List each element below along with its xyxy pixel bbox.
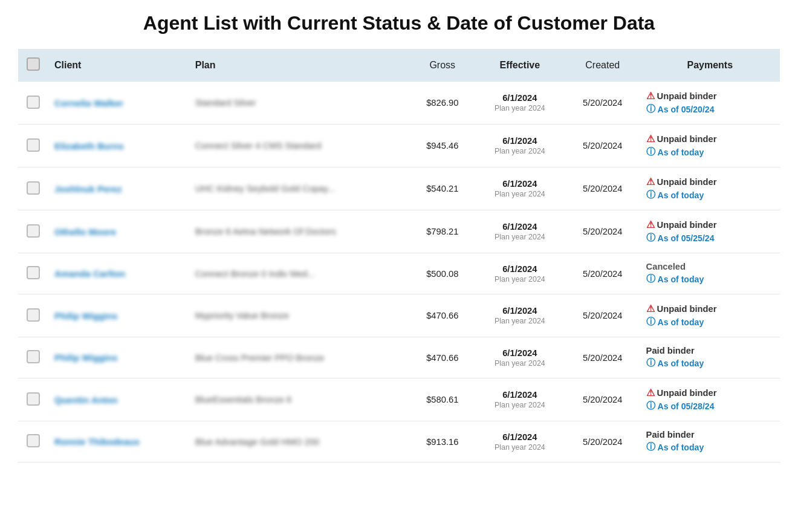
as-of-line[interactable]: ⓘ As of today	[646, 441, 774, 453]
header-checkbox[interactable]	[27, 57, 40, 71]
client-name[interactable]: Ronnie Thibodeaux	[54, 436, 140, 447]
client-name[interactable]: Othello Moore	[54, 227, 116, 237]
header-client: Client	[48, 49, 189, 82]
table-row: Amanda Carlton Connect Bronze 0 Indiv Me…	[18, 253, 780, 294]
row-checkbox[interactable]	[27, 266, 40, 279]
table-header-row: Client Plan Gross Effective Created Paym…	[18, 49, 780, 82]
payment-status: ⚠ Unpaid binder	[646, 219, 774, 230]
as-of-line[interactable]: ⓘ As of today	[646, 189, 774, 201]
payment-status-label: Paid binder	[646, 346, 695, 355]
client-name[interactable]: Amanda Carlton	[54, 268, 125, 279]
exclamation-icon: ⚠	[646, 90, 655, 102]
effective-date: 6/1/2024	[481, 432, 559, 442]
payment-status: ⚠ Unpaid binder	[646, 387, 774, 398]
row-checkbox[interactable]	[27, 392, 40, 406]
plan-name-cell: Bronze 6 Aetna Network Of Doctors	[189, 210, 410, 253]
effective-date: 6/1/2024	[481, 179, 559, 189]
as-of-line[interactable]: ⓘ As of today	[646, 357, 774, 369]
row-checkbox[interactable]	[27, 308, 40, 322]
client-name[interactable]: Joshlnuk Perez	[54, 184, 122, 194]
payment-status-label: Unpaid binder	[657, 304, 717, 314]
client-name-cell: Amanda Carlton	[48, 253, 189, 294]
as-of-line[interactable]: ⓘ As of 05/25/24	[646, 232, 774, 244]
row-checkbox[interactable]	[27, 224, 40, 238]
exclamation-icon: ⚠	[646, 303, 655, 314]
as-of-line[interactable]: ⓘ As of today	[646, 316, 774, 328]
row-checkbox[interactable]	[27, 181, 40, 195]
header-checkbox-cell	[18, 49, 48, 82]
row-checkbox[interactable]	[27, 434, 40, 447]
client-name[interactable]: Philip Wiggins	[54, 352, 117, 363]
row-checkbox[interactable]	[27, 350, 40, 363]
header-effective: Effective	[475, 49, 565, 82]
row-checkbox-cell	[18, 421, 48, 462]
client-name[interactable]: Cornelia Walker	[54, 98, 123, 108]
payments-cell: Paid binder ⓘ As of today	[640, 421, 780, 462]
effective-date-cell: 6/1/2024 Plan year 2024	[475, 253, 565, 294]
row-checkbox-cell	[18, 210, 48, 253]
table-row: Cornelia Walker Standard Silver $826.90 …	[18, 82, 780, 125]
header-created: Created	[565, 49, 640, 82]
row-checkbox-cell	[18, 253, 48, 294]
gross-cell: $470.66	[410, 294, 475, 337]
created-date-cell: 5/20/2024	[565, 337, 640, 378]
as-of-text: As of today	[658, 317, 704, 327]
payments-cell: ⚠ Unpaid binder ⓘ As of 05/20/24	[640, 82, 780, 125]
client-name[interactable]: Quentin Anton	[54, 395, 118, 405]
row-checkbox[interactable]	[27, 138, 40, 152]
client-name-cell: Quentin Anton	[48, 378, 189, 421]
plan-name-cell: BlueEssentials Bronze 6	[189, 378, 410, 421]
as-of-line[interactable]: ⓘ As of today	[646, 273, 774, 285]
created-date-cell: 5/20/2024	[565, 210, 640, 253]
plan-year: Plan year 2024	[495, 275, 545, 284]
client-name[interactable]: Philip Wiggins	[54, 311, 117, 321]
payment-status-label: Unpaid binder	[657, 388, 717, 398]
payment-status: ⚠ Unpaid binder	[646, 133, 774, 144]
effective-date-cell: 6/1/2024 Plan year 2024	[475, 294, 565, 337]
info-icon: ⓘ	[646, 316, 655, 328]
effective-date: 6/1/2024	[481, 264, 559, 274]
payment-status: ⚠ Unpaid binder	[646, 303, 774, 314]
as-of-text: As of today	[658, 358, 704, 368]
row-checkbox[interactable]	[27, 96, 40, 109]
payments-cell: ⚠ Unpaid binder ⓘ As of 05/25/24	[640, 210, 780, 253]
effective-date-cell: 6/1/2024 Plan year 2024	[475, 378, 565, 421]
row-checkbox-cell	[18, 125, 48, 167]
gross-cell: $798.21	[410, 210, 475, 253]
created-date-cell: 5/20/2024	[565, 167, 640, 210]
created-date-cell: 5/20/2024	[565, 294, 640, 337]
payment-status: ⚠ Unpaid binder	[646, 176, 774, 187]
table-row: Philip Wiggins Blue Cross Premier PPO Br…	[18, 337, 780, 378]
exclamation-icon: ⚠	[646, 219, 655, 230]
effective-date-cell: 6/1/2024 Plan year 2024	[475, 210, 565, 253]
payment-status: ⚠ Unpaid binder	[646, 90, 774, 102]
as-of-text: As of 05/25/24	[658, 233, 715, 243]
as-of-line[interactable]: ⓘ As of 05/20/24	[646, 103, 774, 115]
plan-year: Plan year 2024	[495, 104, 545, 112]
gross-cell: $500.08	[410, 253, 475, 294]
plan-year: Plan year 2024	[495, 190, 545, 198]
effective-date-cell: 6/1/2024 Plan year 2024	[475, 125, 565, 167]
payments-cell: ⚠ Unpaid binder ⓘ As of today	[640, 294, 780, 337]
created-date-cell: 5/20/2024	[565, 125, 640, 167]
payment-status-label: Unpaid binder	[657, 134, 717, 144]
gross-cell: $945.46	[410, 125, 475, 167]
gross-cell: $826.90	[410, 82, 475, 125]
plan-name-cell: Blue Advantage Gold HMO 200	[189, 421, 410, 462]
effective-date: 6/1/2024	[481, 136, 559, 146]
payments-cell: ⚠ Unpaid binder ⓘ As of today	[640, 167, 780, 210]
info-icon: ⓘ	[646, 357, 655, 369]
plan-year: Plan year 2024	[495, 443, 545, 452]
info-icon: ⓘ	[646, 103, 655, 115]
effective-date-cell: 6/1/2024 Plan year 2024	[475, 337, 565, 378]
info-icon: ⓘ	[646, 441, 655, 453]
header-plan: Plan	[189, 49, 410, 82]
effective-date: 6/1/2024	[481, 222, 559, 232]
client-name[interactable]: Elizabeth Burns	[54, 141, 124, 151]
payments-cell: Canceled ⓘ As of today	[640, 253, 780, 294]
as-of-line[interactable]: ⓘ As of 05/28/24	[646, 400, 774, 412]
as-of-line[interactable]: ⓘ As of today	[646, 146, 774, 158]
effective-date: 6/1/2024	[481, 306, 559, 316]
payment-status: Canceled	[646, 262, 774, 271]
effective-date-cell: 6/1/2024 Plan year 2024	[475, 82, 565, 125]
